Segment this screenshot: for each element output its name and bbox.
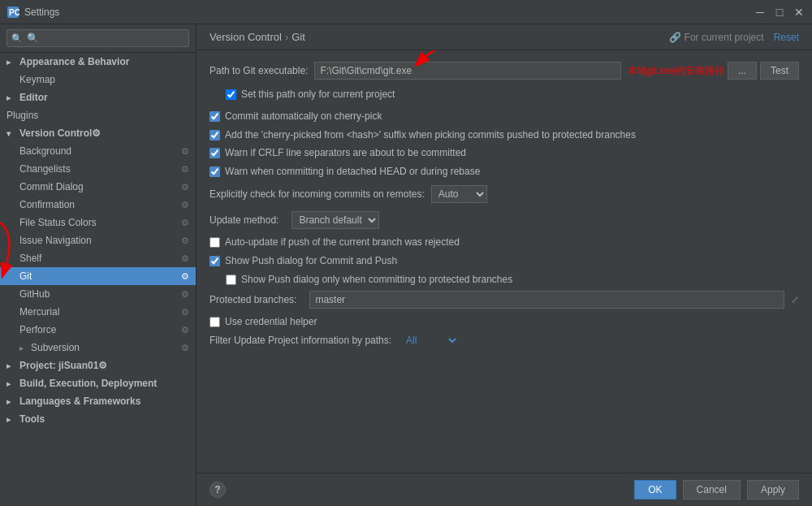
set-path-checkbox[interactable] bbox=[226, 89, 236, 100]
maximize-button[interactable]: □ bbox=[773, 6, 786, 19]
sidebar: 🔍 ▸ Appearance & Behavior Keymap ▸ Edito… bbox=[0, 24, 197, 506]
sidebar-item-label: GitHub bbox=[19, 288, 50, 300]
update-method-label: Update method: bbox=[209, 214, 279, 226]
sidebar-item-plugins[interactable]: Plugins bbox=[0, 106, 196, 124]
update-method-select[interactable]: Branch default Merge Rebase bbox=[292, 211, 379, 229]
settings-icon: ⚙ bbox=[181, 218, 189, 228]
app-icon: PC bbox=[6, 6, 19, 19]
cherry-pick-label: Commit automatically on cherry-pick bbox=[225, 110, 382, 123]
test-button[interactable]: Test bbox=[760, 62, 799, 80]
warn-detached-label: Warn when committing in detached HEAD or… bbox=[225, 165, 480, 179]
title-bar: PC Settings ─ □ ✕ bbox=[0, 0, 812, 24]
show-push-protected-label: Show Push dialog only when committing to… bbox=[241, 273, 512, 287]
reset-link[interactable]: Reset bbox=[774, 32, 799, 43]
settings-icon: ⚙ bbox=[181, 289, 189, 300]
settings-icon: ⚙ bbox=[181, 146, 189, 157]
sidebar-item-label: Keymap bbox=[19, 74, 55, 85]
sidebar-item-version-control[interactable]: ▾ Version Control ⚙ bbox=[0, 124, 196, 142]
bottom-right: OK Cancel Apply bbox=[634, 480, 799, 500]
protected-branches-label: Protected branches: bbox=[209, 294, 296, 305]
sidebar-item-shelf[interactable]: Shelf ⚙ bbox=[0, 249, 196, 267]
settings-icon: ⚙ bbox=[181, 343, 189, 353]
sidebar-item-changelists[interactable]: Changelists ⚙ bbox=[0, 160, 196, 178]
breadcrumb-separator: › bbox=[285, 31, 288, 43]
warn-crlf-checkbox[interactable] bbox=[209, 148, 220, 158]
right-panel: Version Control › Git 🔗 For current proj… bbox=[197, 24, 812, 506]
close-button[interactable]: ✕ bbox=[793, 6, 806, 19]
sidebar-item-background[interactable]: Background ⚙ bbox=[0, 142, 196, 160]
filter-select[interactable]: All Changed Selected bbox=[403, 334, 459, 347]
sidebar-item-commit-dialog[interactable]: Commit Dialog ⚙ bbox=[0, 178, 196, 196]
sidebar-item-label: Git bbox=[19, 270, 32, 282]
sidebar-item-github[interactable]: GitHub ⚙ bbox=[0, 285, 196, 303]
sidebar-item-label: Editor bbox=[19, 92, 48, 103]
sidebar-item-languages-frameworks[interactable]: ▸ Languages & Frameworks bbox=[0, 392, 196, 410]
ok-button[interactable]: OK bbox=[634, 480, 676, 500]
filter-label: Filter Update Project information by pat… bbox=[209, 335, 391, 346]
search-bar: 🔍 bbox=[0, 24, 196, 53]
settings-icon: ⚙ bbox=[181, 307, 189, 318]
settings-icon: ⚙ bbox=[181, 325, 189, 335]
sidebar-item-keymap[interactable]: Keymap bbox=[0, 71, 196, 89]
show-push-dialog-checkbox[interactable] bbox=[209, 256, 220, 266]
auto-update-label: Auto-update if push of the current branc… bbox=[225, 236, 460, 249]
sidebar-list: ▸ Appearance & Behavior Keymap ▸ Editor … bbox=[0, 53, 196, 506]
breadcrumb-part1: Version Control bbox=[209, 31, 282, 43]
bottom-bar: ? OK Cancel Apply bbox=[197, 473, 812, 506]
sidebar-item-appearance[interactable]: ▸ Appearance & Behavior bbox=[0, 53, 196, 71]
chevron-down-icon: ▾ bbox=[6, 129, 16, 138]
sidebar-item-tools[interactable]: ▸ Tools bbox=[0, 410, 196, 428]
sidebar-item-label: File Status Colors bbox=[19, 217, 97, 228]
protected-branches-input[interactable] bbox=[309, 291, 784, 309]
git-path-input[interactable] bbox=[314, 62, 620, 80]
help-button[interactable]: ? bbox=[209, 482, 226, 498]
sidebar-item-editor[interactable]: ▸ Editor bbox=[0, 89, 196, 106]
git-path-chinese-annotation: 本地git.exe的安装路径 bbox=[628, 64, 724, 78]
chevron-right-icon: ▸ bbox=[19, 344, 28, 352]
git-path-input-wrapper: 本地git.exe的安装路径 ... Test bbox=[314, 62, 799, 80]
bottom-left: ? bbox=[209, 482, 226, 498]
settings-icon: ⚙ bbox=[181, 164, 189, 175]
set-path-row: Set this path only for current project bbox=[209, 88, 799, 102]
credential-helper-checkbox[interactable] bbox=[209, 317, 220, 327]
sidebar-item-project-jisuan01[interactable]: ▸ Project: jiSuan01 ⚙ bbox=[0, 357, 196, 374]
search-icon: 🔍 bbox=[11, 33, 23, 44]
show-push-protected-checkbox[interactable] bbox=[226, 275, 236, 285]
sidebar-item-label: Issue Navigation bbox=[19, 235, 92, 246]
add-suffix-checkbox[interactable] bbox=[209, 130, 220, 141]
sidebar-item-subversion[interactable]: ▸ Subversion ⚙ bbox=[0, 339, 196, 357]
for-current-project-link[interactable]: 🔗 For current project bbox=[669, 32, 764, 43]
sidebar-item-label: Languages & Frameworks bbox=[19, 396, 140, 407]
git-path-label: Path to Git executable: bbox=[209, 65, 308, 76]
chevron-right-icon: ▸ bbox=[6, 361, 16, 370]
credential-helper-row: Use credential helper bbox=[209, 315, 799, 329]
auto-update-row: Auto-update if push of the current branc… bbox=[209, 236, 799, 249]
search-input[interactable] bbox=[6, 29, 189, 47]
set-path-label: Set this path only for current project bbox=[241, 88, 395, 102]
expand-icon[interactable]: ⤢ bbox=[791, 294, 799, 305]
apply-button[interactable]: Apply bbox=[747, 480, 799, 500]
minimize-button[interactable]: ─ bbox=[754, 6, 767, 19]
sidebar-item-confirmation[interactable]: Confirmation ⚙ bbox=[0, 196, 196, 214]
for-current-project-label: For current project bbox=[685, 32, 764, 43]
sidebar-item-file-status-colors[interactable]: File Status Colors ⚙ bbox=[0, 214, 196, 231]
settings-icon: ⚙ bbox=[181, 200, 189, 210]
sidebar-item-issue-navigation[interactable]: Issue Navigation ⚙ bbox=[0, 231, 196, 249]
window-controls: ─ □ ✕ bbox=[754, 6, 806, 19]
update-method-row: Update method: Branch default Merge Reba… bbox=[209, 211, 799, 229]
incoming-commits-select[interactable]: Auto Always Never bbox=[431, 185, 487, 203]
show-push-dialog-label: Show Push dialog for Commit and Push bbox=[225, 254, 397, 268]
cancel-button[interactable]: Cancel bbox=[683, 480, 741, 500]
sidebar-item-perforce[interactable]: Perforce ⚙ bbox=[0, 321, 196, 339]
sidebar-item-git[interactable]: Git ⚙ bbox=[0, 267, 196, 285]
auto-update-checkbox[interactable] bbox=[209, 237, 220, 248]
cherry-pick-checkbox[interactable] bbox=[209, 111, 220, 122]
sidebar-item-label: Shelf bbox=[19, 253, 41, 264]
incoming-commits-label: Explicitly check for incoming commits on… bbox=[209, 188, 425, 200]
browse-button[interactable]: ... bbox=[728, 62, 757, 80]
chevron-right-icon: ▸ bbox=[6, 58, 16, 67]
sidebar-item-mercurial[interactable]: Mercurial ⚙ bbox=[0, 303, 196, 321]
sidebar-item-build-execution[interactable]: ▸ Build, Execution, Deployment bbox=[0, 374, 196, 392]
settings-icon: ⚙ bbox=[98, 360, 107, 371]
warn-detached-checkbox[interactable] bbox=[209, 167, 220, 177]
